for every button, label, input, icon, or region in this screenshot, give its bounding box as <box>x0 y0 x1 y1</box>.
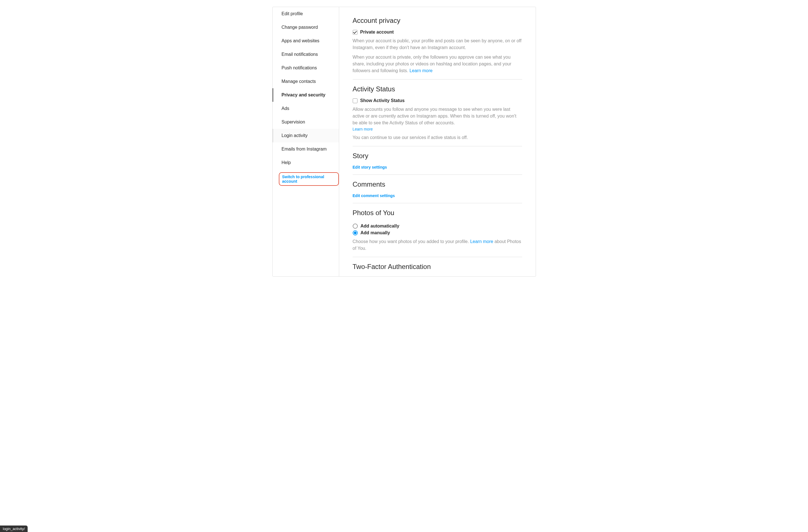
settings-sidebar: Edit profile Change password Apps and we… <box>273 7 339 276</box>
photos-of-you-desc: Choose how you want photos of you added … <box>353 238 522 252</box>
private-account-row: Private account <box>353 30 522 35</box>
separator <box>353 146 522 146</box>
photos-desc-prefix: Choose how you want photos of you added … <box>353 239 470 244</box>
settings-main: Account privacy Private account When you… <box>339 7 536 276</box>
section-title-comments: Comments <box>353 180 522 188</box>
private-account-label: Private account <box>360 30 394 35</box>
edit-comment-settings-link[interactable]: Edit comment settings <box>353 194 395 198</box>
activity-status-desc: Allow accounts you follow and anyone you… <box>353 106 522 126</box>
private-account-checkbox[interactable] <box>353 30 357 35</box>
section-title-account-privacy: Account privacy <box>353 17 522 24</box>
separator <box>353 79 522 79</box>
edit-story-settings-link[interactable]: Edit story settings <box>353 165 387 169</box>
sidebar-item-privacy-security[interactable]: Privacy and security <box>273 88 339 102</box>
sidebar-item-emails-instagram[interactable]: Emails from Instagram <box>273 142 339 156</box>
section-title-activity-status: Activity Status <box>353 85 522 93</box>
activity-status-continue-desc: You can continue to use our services if … <box>353 134 522 141</box>
account-privacy-desc-private: When your account is private, only the f… <box>353 54 522 74</box>
switch-professional-account-link[interactable]: Switch to professional account <box>279 172 339 186</box>
activity-status-checkbox[interactable] <box>353 98 357 103</box>
sidebar-item-apps-websites[interactable]: Apps and websites <box>273 34 339 48</box>
account-privacy-desc-public: When your account is public, your profil… <box>353 37 522 51</box>
separator <box>353 175 522 175</box>
sidebar-item-edit-profile[interactable]: Edit profile <box>273 7 339 21</box>
account-privacy-learn-more-link[interactable]: Learn more <box>409 68 433 73</box>
photos-add-automatically-radio[interactable] <box>353 224 358 228</box>
sidebar-item-push-notifications[interactable]: Push notifications <box>273 61 339 75</box>
photos-add-automatically-label: Add automatically <box>361 224 400 228</box>
sidebar-item-login-activity[interactable]: Login activity <box>273 129 339 142</box>
settings-container: Edit profile Change password Apps and we… <box>272 7 536 277</box>
separator <box>353 203 522 203</box>
activity-status-row: Show Activity Status <box>353 98 522 103</box>
photos-add-automatically-row: Add automatically <box>353 224 522 228</box>
sidebar-item-change-password[interactable]: Change password <box>273 21 339 34</box>
sidebar-item-supervision[interactable]: Supervision <box>273 115 339 129</box>
sidebar-item-manage-contacts[interactable]: Manage contacts <box>273 75 339 88</box>
sidebar-item-help[interactable]: Help <box>273 156 339 169</box>
sidebar-item-email-notifications[interactable]: Email notifications <box>273 48 339 61</box>
section-title-story: Story <box>353 152 522 160</box>
section-title-photos-of-you: Photos of You <box>353 209 522 217</box>
activity-status-learn-more-link[interactable]: Learn more <box>353 127 373 131</box>
photos-add-manually-row: Add manually <box>353 230 522 235</box>
sidebar-item-ads[interactable]: Ads <box>273 102 339 115</box>
section-title-two-factor: Two-Factor Authentication <box>353 263 522 271</box>
photos-learn-more-link[interactable]: Learn more <box>470 239 493 244</box>
photos-add-manually-label: Add manually <box>361 230 390 235</box>
photos-add-manually-radio[interactable] <box>353 230 358 235</box>
activity-status-label: Show Activity Status <box>360 98 405 103</box>
